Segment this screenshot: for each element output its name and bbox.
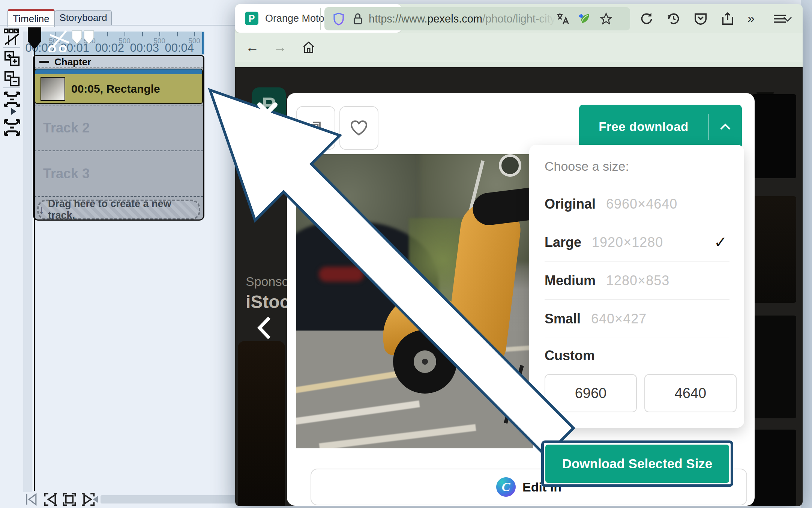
screen: Timeline Storyboard — [0, 0, 812, 508]
pexels-logo[interactable]: P — [252, 87, 286, 121]
remove-track-icon[interactable] — [2, 71, 22, 87]
center-playhead-icon[interactable] — [62, 493, 77, 506]
pexels-favicon: P — [245, 12, 258, 25]
overflow-chevrons-icon[interactable]: » — [747, 12, 755, 24]
download-selected-annotation: Download Selected Size — [541, 440, 733, 487]
region-in-icon[interactable] — [44, 493, 58, 506]
related-photo-thumb[interactable] — [752, 94, 796, 178]
add-track-icon[interactable] — [2, 50, 22, 67]
tab-storyboard[interactable]: Storyboard — [55, 10, 112, 25]
clip-thumbnail — [41, 77, 65, 101]
down-arrow-icon: ↓ — [39, 203, 44, 216]
transform-icon[interactable] — [2, 119, 22, 137]
track-3-label: Track 3 — [43, 166, 90, 182]
history-icon[interactable] — [666, 12, 681, 26]
track-3[interactable]: Track 3 — [34, 150, 203, 196]
track-2-label: Track 2 — [43, 120, 90, 136]
chapter-track-label: Chapter — [54, 56, 91, 68]
tab-storyboard-label: Storyboard — [59, 12, 107, 24]
toolbar-divider — [320, 8, 321, 30]
scooter-mirror — [499, 154, 521, 177]
tab-timeline[interactable]: Timeline — [8, 9, 55, 27]
ruler-time-label: 00:02 — [95, 41, 124, 55]
related-photo-thumb[interactable] — [752, 316, 796, 418]
size-option-medium[interactable]: Medium 1280×853 — [545, 262, 729, 300]
size-option-original[interactable]: Original 6960×4640 — [545, 185, 729, 223]
snap-icon[interactable] — [2, 91, 22, 108]
playhead-handle[interactable] — [26, 26, 45, 51]
collapse-track-icon[interactable] — [39, 61, 49, 63]
ruler-time-label: 00:03 — [130, 41, 159, 55]
new-track-drop-area: ↓ Drag here to create a new track. — [34, 196, 203, 221]
custom-width-input[interactable] — [545, 374, 637, 412]
lock-icon[interactable] — [352, 12, 363, 25]
size-option-large[interactable]: Large 1920×1280 ✓ — [545, 223, 729, 262]
extension-leaf-icon[interactable] — [578, 12, 591, 25]
url-bar[interactable]: https://www.pexels.com/photo/light-city-… — [324, 7, 630, 30]
tracking-shield-icon[interactable] — [333, 12, 345, 26]
tabbar-divider — [0, 25, 235, 26]
timeline-clip-rectangle[interactable]: 00:05, Rectangle — [35, 69, 203, 104]
size-option-small[interactable]: Small 640×427 — [545, 300, 729, 338]
toolbar-divider — [3, 47, 20, 48]
track-panel-gutter — [23, 32, 32, 492]
jump-start-icon[interactable] — [25, 493, 39, 506]
menu-hamburger-icon[interactable] — [772, 12, 787, 25]
canva-logo: C — [496, 477, 516, 497]
pocket-icon[interactable] — [693, 12, 708, 26]
chapter-track-header[interactable]: Chapter — [34, 56, 203, 68]
tracks-area: Chapter 00:05, Rectangle Track 2 Track 3… — [33, 55, 204, 221]
download-selected-size-button[interactable]: Download Selected Size — [545, 445, 729, 483]
clip-label: 00:05, Rectangle — [71, 83, 160, 95]
translate-icon[interactable] — [556, 12, 569, 25]
reload-icon[interactable] — [639, 12, 654, 26]
horizontal-scrollbar[interactable] — [101, 495, 240, 503]
playhead-line — [34, 35, 35, 491]
track-2[interactable]: Track 2 — [34, 105, 203, 150]
choose-size-panel: Choose a size: Original 6960×4640 Large … — [529, 145, 744, 428]
ruler-time-label: 00:04 — [165, 41, 194, 55]
selected-check-icon: ✓ — [714, 233, 727, 251]
free-download-label: Free download — [579, 120, 708, 134]
share-icon[interactable] — [720, 12, 735, 26]
tab-timeline-label: Timeline — [13, 13, 49, 25]
prev-photo-chevron[interactable] — [255, 315, 274, 341]
tool-expand-arrow-icon[interactable] — [11, 108, 16, 115]
scroll-left-arrow[interactable] — [93, 496, 98, 503]
custom-height-input[interactable] — [644, 374, 737, 412]
clip-markers-icon — [71, 30, 98, 46]
related-photo-thumb[interactable] — [752, 196, 796, 303]
clip-selection-bar — [35, 69, 202, 74]
sponsored-thumbnail[interactable] — [238, 341, 285, 506]
chapter-track-lane: 00:05, Rectangle — [34, 68, 203, 105]
forward-icon[interactable]: → — [273, 41, 287, 54]
choose-size-title: Choose a size: — [545, 159, 729, 174]
toolbar-divider — [3, 87, 20, 88]
browser-toolbar: ← → https://www.pexels.com/photo/light-c… — [235, 33, 803, 62]
collect-button[interactable] — [296, 106, 335, 150]
bookmark-star-icon[interactable] — [600, 12, 612, 25]
browser-window: P Orange Motor Scooter Parked o × + ← → … — [235, 4, 803, 506]
photo-orange-scooter — [296, 154, 533, 448]
custom-size-label: Custom — [545, 348, 729, 364]
drag-new-track-label: Drag here to create a new track. — [48, 198, 199, 221]
drag-new-track-target[interactable]: ↓ Drag here to create a new track. — [37, 200, 200, 220]
back-icon[interactable]: ← — [246, 41, 259, 54]
like-button[interactable] — [339, 106, 378, 150]
free-download-button[interactable]: Free download — [579, 105, 742, 149]
related-photo-thumb[interactable] — [752, 430, 796, 506]
razor-tool-icon[interactable] — [2, 29, 22, 46]
timeline-end-marker — [202, 32, 204, 54]
home-icon[interactable] — [302, 41, 315, 54]
url-text: https://www.pexels.com/photo/light-city-… — [369, 13, 556, 25]
chevron-up-icon[interactable] — [709, 122, 742, 131]
